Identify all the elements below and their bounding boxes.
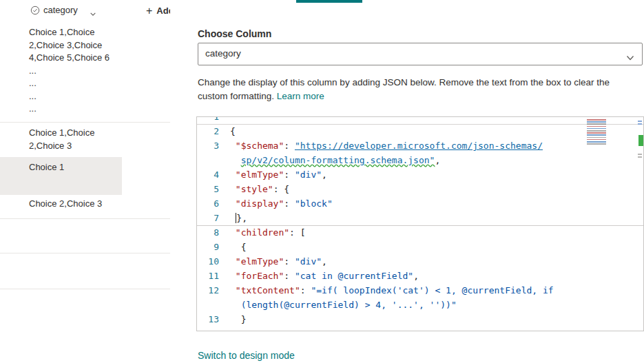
code-token: :: [300, 285, 311, 295]
line-number[interactable]: 8: [197, 225, 230, 240]
description-body: Change the display of this column by add…: [198, 77, 610, 101]
code-token: (length(@currentField) > 4, '...', ''))": [241, 300, 457, 310]
line-number[interactable]: 3: [197, 138, 230, 153]
code-token: sp/v2/column-formatting.schema.json": [241, 155, 435, 165]
overview-ruler-mark: [638, 121, 642, 122]
line-number[interactable]: [197, 298, 230, 312]
code-token: [230, 155, 241, 165]
code-text: }: [230, 312, 246, 326]
code-token: ,: [322, 256, 327, 267]
line-number[interactable]: 1: [197, 116, 230, 124]
line-number[interactable]: 7: [197, 211, 230, 225]
code-token: [230, 285, 236, 295]
line-number[interactable]: 9: [197, 240, 230, 254]
code-token: "forEach": [236, 271, 284, 281]
code-line[interactable]: 12 "txtContent": "=if( loopIndex('cat') …: [197, 283, 643, 298]
code-line[interactable]: 5 "style": {: [197, 182, 643, 196]
list-row[interactable]: Choice 1,Choice 2,Choice 3: [0, 123, 170, 157]
code-line[interactable]: 2{: [197, 124, 643, 138]
code-token: "$schema": [236, 141, 284, 151]
code-line[interactable]: 7 },: [197, 211, 643, 225]
code-token: [230, 169, 236, 180]
code-text: "children": [: [230, 225, 306, 240]
code-token: "block": [295, 198, 333, 209]
code-token: [230, 184, 236, 194]
code-token: "style": [236, 184, 273, 194]
plus-icon: +: [146, 5, 152, 17]
cell: Choice 1,Choice 2,Choice 3,Choice 4,Choi…: [0, 22, 170, 116]
active-tab-indicator: [296, 0, 362, 3]
code-token: [230, 271, 236, 281]
column-header[interactable]: category: [43, 5, 78, 15]
code-token: "txtContent": [236, 285, 300, 295]
code-line[interactable]: 3 "$schema": "https://developer.microsof…: [197, 138, 643, 153]
choose-column-label: Choose Column: [198, 28, 271, 39]
code-token: "elmType": [236, 169, 284, 180]
line-number[interactable]: [197, 153, 230, 167]
list-row-selected[interactable]: Choice 1: [0, 157, 170, 195]
code-token: [230, 256, 236, 267]
switch-to-design-mode-link[interactable]: Switch to design mode: [198, 350, 295, 361]
cell: Choice 2,Choice 3: [0, 195, 170, 211]
cell-text: Choice 2,Choice 3: [29, 198, 117, 211]
description-text: Change the display of this column by add…: [198, 76, 626, 103]
cell-text: ...: [29, 65, 117, 78]
add-column-button[interactable]: +Add c: [146, 4, 170, 17]
code-line[interactable]: 6 "display": "block": [197, 196, 643, 211]
code-line[interactable]: 8 "children": [: [197, 225, 643, 240]
code-token: [230, 141, 236, 151]
code-token: "div": [295, 256, 322, 267]
chevron-down-icon[interactable]: [90, 8, 96, 20]
code-token: "children": [236, 227, 289, 238]
line-number[interactable]: 10: [197, 254, 230, 269]
json-code-editor[interactable]: 12{3 "$schema": "https://developer.micro…: [196, 116, 644, 331]
code-token: "https://developer.microsoft.com/json-sc…: [295, 141, 543, 151]
code-line[interactable]: 9 {: [197, 240, 643, 254]
code-line[interactable]: 1: [197, 116, 643, 124]
list-row[interactable]: Choice 2,Choice 3: [0, 195, 170, 219]
line-number[interactable]: 13: [197, 312, 230, 326]
line-number[interactable]: 5: [197, 182, 230, 196]
list-header: category +Add c: [0, 0, 170, 22]
column-type-icon: [30, 6, 40, 15]
code-text: "txtContent": "=if( loopIndex('cat') < 1…: [230, 283, 554, 298]
code-line[interactable]: sp/v2/column-formatting.schema.json",: [197, 153, 643, 167]
code-token: ,: [435, 155, 440, 165]
code-token: {: [230, 242, 246, 252]
learn-more-link[interactable]: Learn more: [277, 91, 324, 101]
line-number[interactable]: 12: [197, 283, 230, 298]
code-line[interactable]: (length(@currentField) > 4, '...', ''))": [197, 298, 643, 312]
code-token: ,: [413, 271, 419, 281]
list-row[interactable]: [0, 253, 170, 289]
code-line[interactable]: 11 "forEach": "cat in @currentField",: [197, 269, 643, 283]
list-row[interactable]: [0, 219, 170, 253]
list-pane: category +Add c Choice 1,Choice 2,Choice…: [0, 0, 170, 363]
code-line[interactable]: 4 "elmType": "div",: [197, 167, 643, 182]
code-token: [230, 213, 236, 223]
code-token: "display": [236, 198, 284, 209]
code-line[interactable]: 10 "elmType": "div",: [197, 254, 643, 269]
cell-text: ...: [29, 90, 117, 103]
cell: Choice 1,Choice 2,Choice 3: [0, 123, 170, 152]
code-token: },: [236, 213, 247, 223]
list-row[interactable]: Choice 1,Choice 2,Choice 3,Choice 4,Choi…: [0, 22, 170, 123]
code-token: "div": [295, 169, 322, 180]
line-number[interactable]: 2: [197, 124, 230, 138]
code-token: {: [230, 126, 236, 136]
code-line[interactable]: 13 }: [197, 312, 643, 326]
code-token: :: [284, 169, 295, 180]
code-token: ,: [322, 169, 327, 180]
line-number[interactable]: 11: [197, 269, 230, 283]
column-dropdown[interactable]: category: [198, 43, 643, 65]
overview-ruler-mark: [638, 154, 642, 155]
line-number[interactable]: 6: [197, 196, 230, 211]
code-text: {: [230, 240, 246, 254]
text-cursor: [236, 213, 237, 223]
overview-ruler-green-mark: [638, 135, 643, 146]
code-lines: 12{3 "$schema": "https://developer.micro…: [197, 116, 643, 326]
code-text: },: [230, 211, 247, 225]
minimap[interactable]: [587, 119, 606, 145]
code-token: "cat in @currentField": [295, 271, 413, 281]
cell-text: Choice 1: [29, 161, 117, 174]
line-number[interactable]: 4: [197, 167, 230, 182]
